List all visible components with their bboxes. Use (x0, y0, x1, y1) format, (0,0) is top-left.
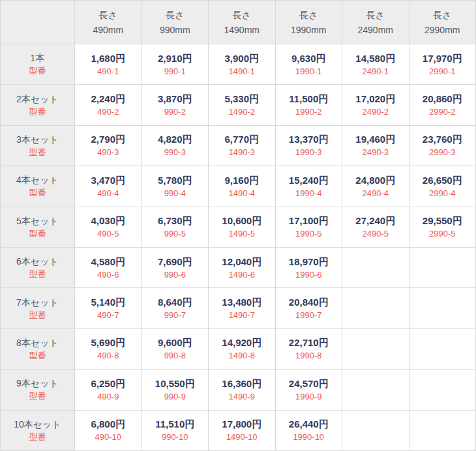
price-cell: 26,440円1990-10 (276, 411, 342, 450)
set-count-label: 1本 (31, 52, 45, 64)
model-number: 490-4 (97, 188, 119, 199)
price-value: 27,240円 (355, 214, 395, 227)
length-label: 長さ (433, 8, 451, 22)
model-number: 1490-3 (229, 147, 255, 158)
model-number: 1990-10 (293, 432, 324, 443)
price-value: 10,550円 (155, 377, 195, 390)
price-cell: 17,800円1490-10 (209, 411, 275, 450)
set-count-label: 2本セット (16, 93, 59, 105)
model-number: 1490-10 (226, 432, 258, 443)
column-header-2490mm: 長さ2490mm (342, 1, 409, 44)
price-cell: 5,330円1490-2 (209, 85, 275, 124)
price-cell: 9,600円990-8 (142, 329, 209, 369)
model-number: 990-4 (164, 188, 186, 199)
model-number: 1990-6 (295, 270, 321, 280)
set-count-label: 5本セット (16, 215, 59, 227)
price-value: 2,790円 (91, 133, 125, 145)
empty-cell (409, 370, 476, 409)
price-value: 6,770円 (224, 133, 259, 145)
empty-cell (342, 329, 409, 369)
price-cell: 18,970円1990-6 (276, 248, 342, 287)
model-caption: 型番 (29, 66, 46, 76)
price-value: 1,680円 (91, 52, 125, 65)
price-value: 29,550円 (423, 214, 462, 227)
column-header-490mm: 長さ490mm (75, 1, 141, 44)
row-header: 4本セット型番 (1, 166, 74, 206)
price-value: 12,040円 (222, 255, 261, 268)
model-number: 2490-5 (363, 229, 389, 239)
price-cell: 2,240円490-2 (75, 85, 141, 124)
length-label: 長さ (166, 8, 184, 22)
price-value: 11,500円 (289, 93, 328, 105)
price-table: 長さ490mm長さ990mm長さ1490mm長さ1990mm長さ2490mm長さ… (0, 0, 476, 451)
price-cell: 4,580円490-6 (75, 248, 141, 287)
price-cell: 4,030円490-5 (75, 207, 141, 247)
price-cell: 13,370円1990-3 (276, 126, 342, 166)
price-value: 17,800円 (222, 418, 261, 430)
price-value: 4,820円 (158, 133, 192, 145)
column-header-2990mm: 長さ2990mm (409, 1, 476, 44)
price-value: 4,030円 (91, 214, 125, 227)
set-count-label: 9本セット (16, 377, 59, 389)
price-value: 13,480円 (222, 296, 261, 308)
set-count-label: 10本セット (14, 418, 61, 430)
price-cell: 14,580円2490-1 (342, 44, 409, 84)
row-header: 9本セット型番 (1, 370, 74, 409)
price-cell: 9,160円1490-4 (209, 166, 275, 206)
model-number: 1490-4 (229, 188, 255, 199)
model-caption: 型番 (29, 310, 46, 321)
model-number: 1990-7 (295, 310, 321, 321)
empty-cell (342, 411, 409, 450)
price-cell: 6,250円490-9 (75, 370, 141, 409)
model-number: 990-7 (164, 310, 186, 321)
model-number: 1490-1 (229, 66, 255, 77)
price-value: 3,870円 (158, 93, 192, 105)
model-number: 2990-3 (429, 147, 455, 158)
price-value: 4,580円 (91, 255, 125, 268)
price-cell: 23,760円2990-3 (409, 126, 476, 166)
price-value: 3,900円 (224, 52, 259, 65)
price-value: 6,730円 (158, 214, 192, 227)
model-caption: 型番 (29, 269, 46, 280)
price-value: 14,580円 (355, 52, 395, 65)
model-caption: 型番 (29, 188, 46, 198)
price-value: 9,160円 (224, 174, 259, 186)
price-cell: 6,730円990-5 (142, 207, 209, 247)
model-caption: 型番 (29, 107, 46, 117)
price-cell: 16,360円1490-9 (209, 370, 275, 409)
length-value: 1490mm (224, 23, 260, 36)
model-number: 1990-9 (295, 392, 321, 402)
price-value: 9,630円 (291, 52, 326, 65)
set-count-label: 8本セット (16, 337, 59, 349)
model-number: 490-3 (97, 147, 119, 158)
model-number: 1990-2 (295, 107, 321, 117)
price-value: 20,860円 (423, 93, 462, 105)
empty-cell (409, 248, 476, 287)
length-value: 990mm (160, 23, 190, 36)
price-cell: 20,860円2990-2 (409, 85, 476, 124)
model-number: 990-6 (164, 270, 186, 280)
length-label: 長さ (366, 8, 385, 22)
price-cell: 2,790円490-3 (75, 126, 141, 166)
price-cell: 22,710円1990-8 (276, 329, 342, 369)
model-number: 2990-4 (429, 188, 455, 199)
length-label: 長さ (299, 8, 318, 22)
model-caption: 型番 (29, 147, 46, 158)
price-cell: 24,570円1990-9 (276, 370, 342, 409)
price-cell: 24,800円2490-4 (342, 166, 409, 206)
price-cell: 19,460円2490-3 (342, 126, 409, 166)
model-number: 990-5 (164, 229, 186, 239)
model-number: 490-1 (97, 66, 119, 77)
model-number: 990-1 (164, 66, 186, 77)
price-value: 5,780円 (158, 174, 192, 186)
price-cell: 29,550円2990-5 (409, 207, 476, 247)
column-header-990mm: 長さ990mm (142, 1, 209, 44)
model-caption: 型番 (29, 229, 46, 239)
row-header: 10本セット型番 (1, 411, 74, 450)
price-value: 17,100円 (289, 214, 329, 227)
model-caption: 型番 (29, 351, 46, 361)
price-value: 19,460円 (355, 133, 395, 145)
price-cell: 11,500円1990-2 (276, 85, 342, 124)
empty-cell (342, 248, 409, 287)
price-cell: 17,970円2990-1 (409, 44, 476, 84)
